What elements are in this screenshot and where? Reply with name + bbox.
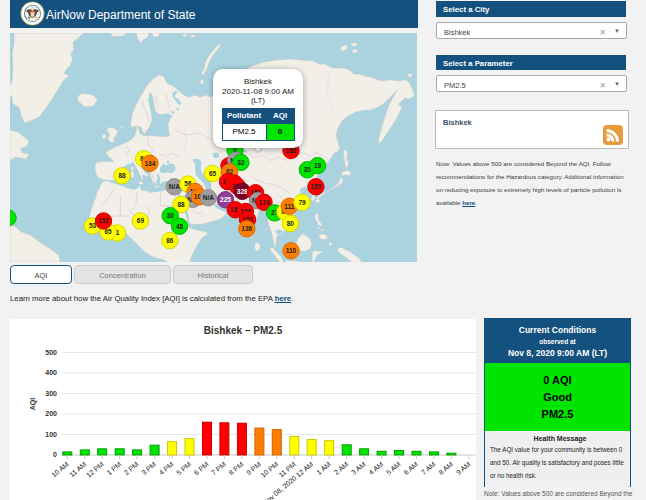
svg-text:100: 100 [45,431,57,438]
svg-text:4 PM: 4 PM [158,460,175,476]
svg-text:8 PM: 8 PM [228,460,245,476]
svg-text:328: 328 [237,188,248,195]
svg-text:65: 65 [209,170,217,177]
svg-text:N/A: N/A [203,194,215,201]
svg-text:30: 30 [167,212,175,219]
svg-text:9 AM: 9 AM [455,460,472,476]
svg-text:225: 225 [220,196,231,203]
svg-text:80: 80 [287,220,295,227]
svg-text:88: 88 [177,201,185,208]
svg-text:110: 110 [286,247,297,254]
svg-text:79: 79 [298,199,306,206]
svg-text:8 AM: 8 AM [437,460,454,476]
svg-text:134: 134 [144,160,155,167]
svg-text:10 AM: 10 AM [50,460,70,478]
svg-text:136: 136 [241,225,252,232]
svg-text:AQI: AQI [29,398,37,411]
svg-text:111: 111 [284,203,295,210]
svg-text:32: 32 [237,159,245,166]
svg-text:3 PM: 3 PM [140,460,157,476]
svg-text:2 AM: 2 AM [333,460,350,476]
svg-text:0: 0 [53,451,57,458]
svg-text:152: 152 [98,217,109,224]
svg-text:69: 69 [137,217,145,224]
svg-text:N/A: N/A [169,183,181,190]
svg-text:5 AM: 5 AM [385,460,402,476]
svg-text:12 PM: 12 PM [85,460,105,478]
svg-text:2 PM: 2 PM [123,460,140,476]
svg-text:48: 48 [176,223,184,230]
svg-text:11 AM: 11 AM [68,460,87,478]
svg-text:4 AM: 4 AM [368,460,385,476]
svg-text:19: 19 [314,162,322,169]
svg-text:3 AM: 3 AM [350,460,367,476]
svg-text:10 PM: 10 PM [259,460,279,478]
svg-text:7 PM: 7 PM [210,460,227,476]
svg-text:7 AM: 7 AM [420,460,437,476]
svg-text:6 PM: 6 PM [193,460,210,476]
svg-text:6 AM: 6 AM [402,460,419,476]
svg-text:500: 500 [45,349,57,356]
svg-text:200: 200 [45,410,57,417]
svg-text:400: 400 [45,369,57,376]
svg-text:155: 155 [310,183,321,190]
svg-text:88: 88 [118,172,126,179]
svg-text:174: 174 [259,199,270,206]
svg-text:86: 86 [166,237,174,244]
svg-text:300: 300 [45,390,57,397]
svg-text:5 PM: 5 PM [175,460,192,476]
svg-text:1 PM: 1 PM [105,460,122,476]
svg-text:1 AM: 1 AM [315,460,332,476]
